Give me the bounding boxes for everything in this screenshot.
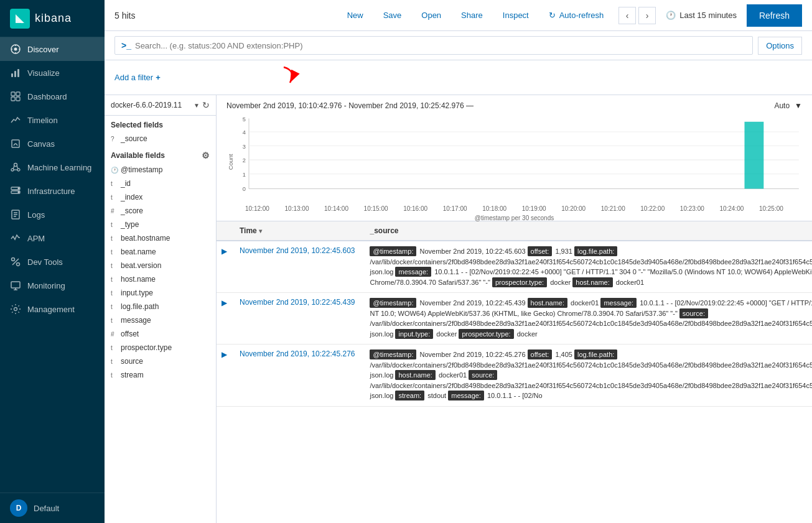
- content-area: docker-6.6.0-2019.11 ▼ ↻ Selected fields…: [105, 95, 812, 523]
- time-nav-arrows: ‹ ›: [618, 7, 656, 24]
- row-expand-button[interactable]: ▶: [219, 299, 230, 307]
- time-col-header[interactable]: Time ▾: [232, 221, 362, 241]
- sidebar-item-management[interactable]: Management: [0, 297, 105, 321]
- time-cell: November 2nd 2019, 10:22:45.439: [232, 293, 362, 345]
- svg-rect-30: [11, 282, 20, 288]
- svg-rect-8: [17, 69, 19, 77]
- field-tag: message:: [395, 267, 431, 277]
- selected-field-source[interactable]: ? _source: [105, 132, 216, 146]
- field-tag: log.file.path:: [574, 349, 617, 359]
- field-timestamp[interactable]: 🕐 @timestamp: [105, 163, 216, 177]
- svg-rect-7: [14, 71, 16, 77]
- sidebar-item-apm[interactable]: APM: [0, 226, 105, 250]
- fields-settings-icon[interactable]: ⚙: [202, 150, 210, 160]
- interval-selector[interactable]: Auto ▼: [774, 101, 802, 110]
- field-source[interactable]: t source: [105, 354, 216, 368]
- row-expand-button[interactable]: ▶: [219, 350, 230, 359]
- source-cell: @timestamp: November 2nd 2019, 10:22:45.…: [362, 241, 812, 293]
- refresh-button[interactable]: Refresh: [747, 4, 802, 27]
- field-name: offset: [121, 330, 139, 338]
- refresh-cycle-icon: ↻: [549, 11, 556, 20]
- field-prospector-type[interactable]: t prospector.type: [105, 341, 216, 354]
- field-type-row[interactable]: t _type: [105, 218, 216, 231]
- clock-icon: 🕐: [666, 11, 676, 20]
- field-message[interactable]: t message: [105, 313, 216, 327]
- save-button[interactable]: Save: [378, 8, 407, 22]
- field-stream[interactable]: t stream: [105, 368, 216, 382]
- field-host-name[interactable]: t host.name: [105, 272, 216, 286]
- search-bar: >_ Options: [105, 31, 812, 60]
- field-tag: input.type:: [395, 329, 433, 339]
- field-log-file-path[interactable]: t log.file.path: [105, 300, 216, 313]
- sidebar-item-infrastructure[interactable]: Infrastructure: [0, 179, 105, 203]
- field-type-t-icon: t: [111, 276, 117, 283]
- svg-text:1: 1: [243, 171, 246, 178]
- field-tag: offset:: [528, 246, 553, 256]
- sidebar-bottom: D Default: [0, 493, 105, 523]
- field-type-t-icon: t: [111, 372, 117, 379]
- time-range-selector[interactable]: 🕐 Last 15 minutes: [666, 11, 737, 20]
- time-prev-button[interactable]: ‹: [618, 7, 636, 24]
- sidebar-item-discover[interactable]: Discover: [0, 37, 105, 61]
- inspect-button[interactable]: Inspect: [498, 8, 534, 22]
- options-button[interactable]: Options: [758, 37, 802, 55]
- filter-bar: Add a filter +: [105, 60, 812, 95]
- table-body: ▶ November 2nd 2019, 10:22:45.603 @times…: [217, 241, 812, 406]
- index-selector[interactable]: docker-6.6.0-2019.11 ▼ ↻: [105, 95, 216, 116]
- sidebar-item-visualize[interactable]: Visualize: [0, 61, 105, 85]
- field-input-type[interactable]: t input.type: [105, 286, 216, 300]
- results-table: Time ▾ _source ▶: [217, 221, 812, 407]
- sidebar-user-profile[interactable]: D Default: [0, 493, 105, 523]
- field-offset[interactable]: # offset: [105, 327, 216, 341]
- field-tag: host.name:: [572, 277, 612, 287]
- source-cell: @timestamp: November 2nd 2019, 10:22:45.…: [362, 345, 812, 407]
- field-beat-version[interactable]: t beat.version: [105, 259, 216, 272]
- fields-section: Selected fields ? _source Available fiel…: [105, 116, 216, 523]
- field-type-t-icon: t: [111, 345, 117, 351]
- sidebar-item-dashboard[interactable]: Dashboard: [0, 85, 105, 108]
- field-type-t-icon: t: [111, 262, 117, 269]
- chart-x-labels: 10:12:00 10:13:00 10:14:00 10:15:00 10:1…: [226, 205, 802, 212]
- search-input-wrap[interactable]: >_: [114, 36, 753, 55]
- sidebar-item-machine-learning[interactable]: Machine Learning: [0, 155, 105, 179]
- field-score[interactable]: # _score: [105, 204, 216, 218]
- user-avatar: D: [10, 499, 27, 517]
- sidebar-item-dev-tools[interactable]: Dev Tools: [0, 250, 105, 274]
- svg-rect-11: [11, 97, 15, 101]
- field-beat-name[interactable]: t beat.name: [105, 245, 216, 259]
- svg-point-33: [14, 308, 17, 311]
- field-name: prospector.type: [121, 343, 172, 352]
- chart-area: November 2nd 2019, 10:10:42.976 - Novemb…: [217, 95, 812, 221]
- sidebar-item-monitoring[interactable]: Monitoring: [0, 274, 105, 297]
- field-tag: message:: [448, 391, 484, 400]
- plus-icon: +: [156, 73, 161, 82]
- row-expand-button[interactable]: ▶: [219, 247, 230, 256]
- time-next-button[interactable]: ›: [638, 7, 656, 24]
- share-button[interactable]: Share: [456, 8, 488, 22]
- sidebar-item-logs[interactable]: Logs: [0, 203, 105, 226]
- field-name: _index: [121, 193, 142, 201]
- field-tag: @timestamp:: [370, 246, 416, 256]
- field-tag: host.name:: [528, 298, 567, 308]
- sidebar: kibana Discover Visualize Dashboard Time…: [0, 0, 105, 523]
- source-col-header: _source: [362, 221, 812, 241]
- field-tag: @timestamp:: [370, 349, 416, 359]
- topbar: 5 hits New Save Open Share Inspect ↻ Aut…: [105, 0, 812, 31]
- field-index[interactable]: t _index: [105, 190, 216, 204]
- open-button[interactable]: Open: [416, 8, 446, 22]
- svg-point-29: [17, 263, 20, 266]
- new-button[interactable]: New: [342, 8, 368, 22]
- index-refresh-icon[interactable]: ↻: [202, 100, 210, 110]
- field-name: log.file.path: [121, 302, 159, 311]
- field-beat-hostname[interactable]: t beat.hostname: [105, 231, 216, 245]
- sidebar-item-timelion[interactable]: Timelion: [0, 108, 105, 132]
- field-id[interactable]: t _id: [105, 177, 216, 190]
- search-input[interactable]: [135, 41, 746, 50]
- sidebar-item-canvas[interactable]: Canvas: [0, 132, 105, 155]
- field-name: _score: [121, 206, 143, 215]
- chart-date-range: November 2nd 2019, 10:10:42.976 - Novemb…: [226, 101, 474, 110]
- topbar-actions: New Save Open Share Inspect ↻ Auto-refre…: [342, 4, 802, 27]
- add-filter-button[interactable]: Add a filter +: [114, 73, 161, 82]
- auto-refresh-button[interactable]: ↻ Auto-refresh: [544, 8, 609, 22]
- expand-col-header: [217, 221, 232, 241]
